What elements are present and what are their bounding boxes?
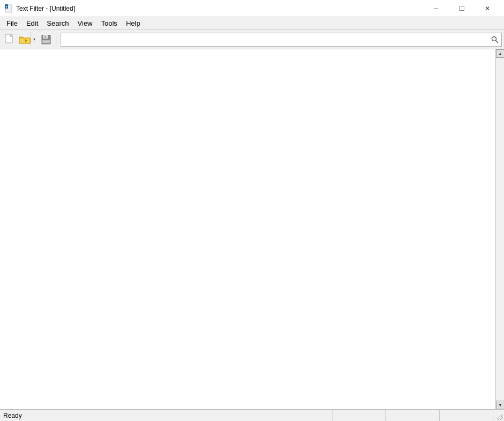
menu-file[interactable]: File xyxy=(2,17,22,29)
content-area xyxy=(0,49,495,409)
toolbar-separator xyxy=(56,33,56,46)
search-button[interactable] xyxy=(488,33,501,46)
maximize-button[interactable]: ☐ xyxy=(449,0,474,17)
search-input[interactable] xyxy=(61,33,488,46)
menu-bar: File Edit Search View Tools Help xyxy=(0,17,504,30)
menu-tools[interactable]: Tools xyxy=(97,17,122,29)
svg-rect-10 xyxy=(42,40,50,43)
search-icon xyxy=(491,36,499,43)
svg-text:T: T xyxy=(5,5,8,9)
open-folder-icon xyxy=(19,34,31,45)
menu-view[interactable]: View xyxy=(73,17,97,29)
scroll-up-arrow[interactable]: ▲ xyxy=(496,49,504,58)
status-bar: Ready xyxy=(0,409,504,421)
svg-line-12 xyxy=(496,40,499,43)
status-panel-3 xyxy=(440,410,493,421)
new-button[interactable] xyxy=(2,32,17,47)
scroll-track[interactable] xyxy=(496,58,504,401)
title-bar: T Text Filter - [Untitled] ─ ☐ ✕ xyxy=(0,0,504,17)
close-button[interactable]: ✕ xyxy=(475,0,500,17)
resize-grip[interactable] xyxy=(493,410,504,421)
minimize-button[interactable]: ─ xyxy=(424,0,448,17)
vertical-scrollbar: ▲ ▼ xyxy=(495,49,504,409)
open-dropdown-arrow[interactable]: ▾ xyxy=(31,32,37,47)
open-button[interactable] xyxy=(19,32,31,47)
svg-rect-9 xyxy=(45,36,46,38)
open-button-group: ▾ xyxy=(18,32,38,47)
status-panel-1 xyxy=(332,410,386,421)
svg-point-11 xyxy=(492,36,496,41)
toolbar: ▾ xyxy=(0,30,504,49)
save-icon xyxy=(41,34,51,45)
new-file-icon xyxy=(4,34,15,46)
search-container xyxy=(61,33,502,47)
menu-search[interactable]: Search xyxy=(42,17,73,29)
app-icon: T xyxy=(4,4,13,13)
scroll-down-arrow[interactable]: ▼ xyxy=(496,401,504,409)
status-panel-2 xyxy=(386,410,440,421)
main-area: ▲ ▼ xyxy=(0,49,504,409)
menu-help[interactable]: Help xyxy=(122,17,145,29)
save-button[interactable] xyxy=(39,32,54,47)
window-controls: ─ ☐ ✕ xyxy=(424,0,500,17)
resize-grip-icon xyxy=(498,415,503,420)
menu-edit[interactable]: Edit xyxy=(22,17,42,29)
status-message: Ready xyxy=(0,410,332,421)
window-title: Text Filter - [Untitled] xyxy=(16,5,424,12)
